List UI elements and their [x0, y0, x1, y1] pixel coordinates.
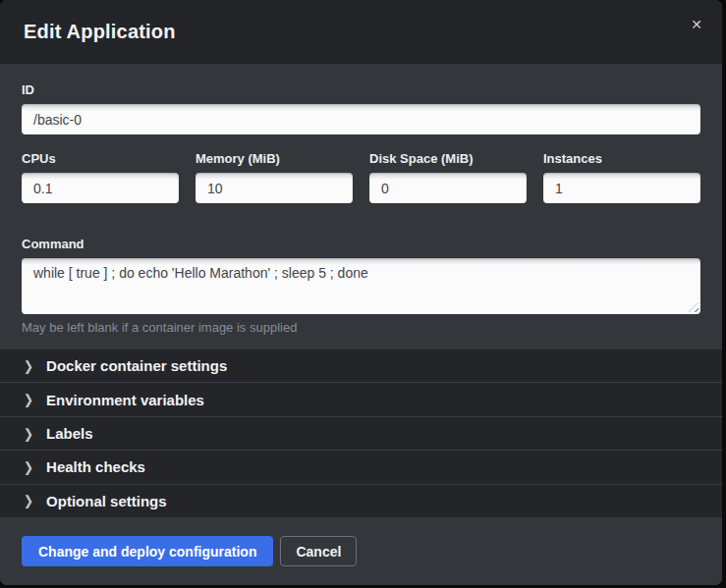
modal-header: Edit Application ✕ — [0, 0, 722, 64]
chevron-right-icon: ❯ — [24, 494, 33, 508]
chevron-right-icon: ❯ — [24, 359, 33, 373]
section-title: Environment variables — [46, 392, 204, 408]
close-icon[interactable]: ✕ — [687, 14, 706, 35]
command-textarea[interactable]: while [ true ] ; do echo 'Hello Marathon… — [22, 258, 700, 314]
memory-input[interactable] — [195, 173, 353, 203]
id-label: ID — [22, 82, 700, 98]
memory-label: Memory (MiB) — [195, 151, 353, 167]
edit-application-modal: Edit Application ✕ ID CPUs Memory (MiB) … — [0, 0, 722, 585]
section-optional-settings[interactable]: ❯ Optional settings — [0, 484, 722, 517]
command-field-group: Command while [ true ] ; do echo 'Hello … — [22, 237, 700, 335]
section-environment-variables[interactable]: ❯ Environment variables — [0, 382, 722, 415]
cpus-field-group: CPUs — [22, 151, 179, 203]
section-title: Health checks — [46, 458, 145, 475]
section-title: Docker container settings — [46, 357, 227, 374]
modal-form: ID CPUs Memory (MiB) Disk Space (MiB) In… — [0, 64, 722, 349]
change-and-deploy-button[interactable]: Change and deploy configuration — [22, 536, 273, 566]
disk-field-group: Disk Space (MiB) — [369, 151, 527, 203]
cpus-input[interactable] — [22, 173, 179, 203]
instances-field-group: Instances — [543, 151, 700, 220]
id-input[interactable] — [22, 104, 700, 134]
section-title: Optional settings — [46, 493, 167, 509]
section-title: Labels — [46, 425, 93, 442]
section-health-checks[interactable]: ❯ Health checks — [0, 450, 722, 483]
section-docker-container-settings[interactable]: ❯ Docker container settings — [0, 349, 722, 382]
chevron-right-icon: ❯ — [24, 427, 33, 441]
cpus-label: CPUs — [22, 151, 179, 167]
instances-input[interactable] — [543, 173, 700, 203]
chevron-right-icon: ❯ — [24, 393, 33, 406]
section-labels[interactable]: ❯ Labels — [0, 416, 722, 450]
collapsible-sections: ❯ Docker container settings ❯ Environmen… — [0, 349, 722, 517]
modal-footer: Change and deploy configuration Cancel — [0, 517, 722, 585]
disk-label: Disk Space (MiB) — [369, 151, 527, 167]
cancel-button[interactable]: Cancel — [280, 536, 357, 566]
resources-row: CPUs Memory (MiB) Disk Space (MiB) Insta… — [22, 151, 700, 220]
memory-field-group: Memory (MiB) — [195, 151, 353, 203]
chevron-right-icon: ❯ — [24, 460, 33, 474]
disk-input[interactable] — [369, 173, 527, 203]
modal-title: Edit Application — [24, 21, 176, 43]
instances-label: Instances — [543, 151, 700, 167]
command-label: Command — [22, 237, 700, 252]
id-field-group: ID — [22, 82, 700, 134]
command-textarea-wrap: while [ true ] ; do echo 'Hello Marathon… — [22, 258, 700, 314]
command-help-text: May be left blank if a container image i… — [22, 320, 700, 335]
